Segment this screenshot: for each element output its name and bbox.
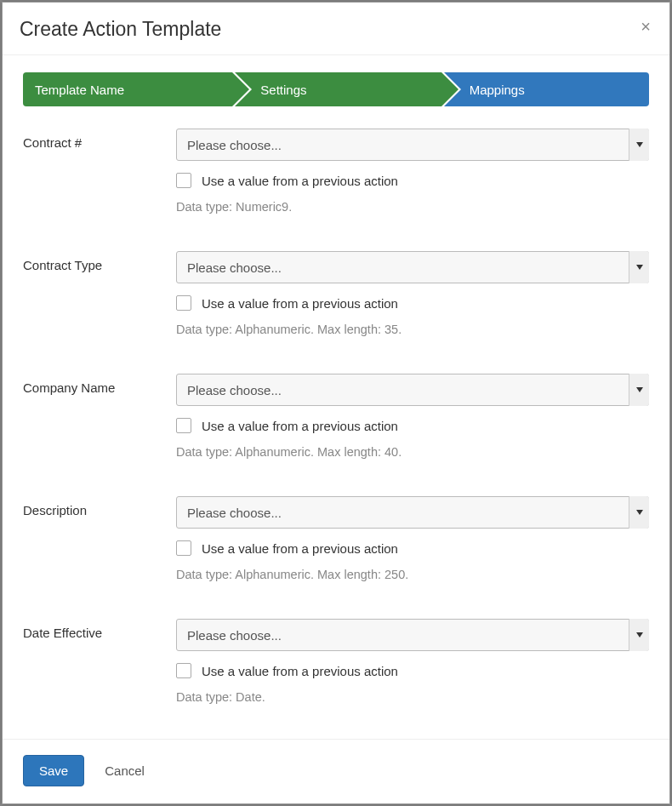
- cancel-button[interactable]: Cancel: [105, 763, 145, 778]
- select-company-name[interactable]: Please choose...: [176, 374, 649, 406]
- wizard-step-template-name[interactable]: Template Name: [23, 72, 231, 106]
- checkbox-row: Use a value from a previous action: [176, 295, 649, 311]
- field-controls: Please choose... Use a value from a prev…: [176, 374, 649, 459]
- use-previous-action-checkbox[interactable]: [176, 295, 191, 311]
- save-button[interactable]: Save: [23, 755, 84, 786]
- select-value: Please choose...: [176, 374, 649, 406]
- field-hint: Data type: Numeric9.: [176, 200, 649, 214]
- use-previous-action-checkbox[interactable]: [176, 540, 191, 556]
- wizard-steps: Template Name Settings Mappings: [23, 72, 649, 106]
- checkbox-row: Use a value from a previous action: [176, 418, 649, 433]
- wizard-step-mappings[interactable]: Mappings: [441, 72, 649, 106]
- checkbox-row: Use a value from a previous action: [176, 173, 649, 188]
- field-controls: Please choose... Use a value from a prev…: [176, 129, 649, 214]
- select-value: Please choose...: [176, 251, 649, 283]
- select-description[interactable]: Please choose...: [176, 496, 649, 529]
- modal-title: Create Action Template: [20, 18, 221, 41]
- wizard-step-settings[interactable]: Settings: [231, 72, 440, 106]
- use-previous-action-checkbox[interactable]: [176, 418, 191, 433]
- modal-header: Create Action Template ×: [3, 3, 669, 55]
- field-label: Description: [23, 496, 176, 517]
- checkbox-row: Use a value from a previous action: [176, 663, 649, 678]
- checkbox-label: Use a value from a previous action: [202, 541, 398, 556]
- field-hint: Data type: Date.: [176, 690, 649, 704]
- field-controls: Please choose... Use a value from a prev…: [176, 619, 649, 704]
- checkbox-label: Use a value from a previous action: [202, 296, 398, 311]
- field-hint: Data type: Alphanumeric. Max length: 250…: [176, 568, 649, 581]
- field-hint: Data type: Alphanumeric. Max length: 40.: [176, 445, 649, 459]
- checkbox-label: Use a value from a previous action: [202, 664, 398, 678]
- use-previous-action-checkbox[interactable]: [176, 663, 191, 678]
- wizard-step-label: Template Name: [23, 83, 124, 97]
- select-value: Please choose...: [176, 496, 649, 529]
- field-label: Contract #: [23, 129, 176, 150]
- field-label: Contract Type: [23, 251, 176, 272]
- field-hint: Data type: Alphanumeric. Max length: 35.: [176, 323, 649, 336]
- select-contract-number[interactable]: Please choose...: [176, 129, 649, 161]
- select-contract-type[interactable]: Please choose...: [176, 251, 649, 283]
- select-value: Please choose...: [176, 619, 649, 651]
- use-previous-action-checkbox[interactable]: [176, 173, 191, 188]
- select-value: Please choose...: [176, 129, 649, 161]
- modal-footer: Save Cancel: [3, 739, 669, 803]
- field-row-description: Description Please choose... Use a value…: [23, 496, 649, 581]
- field-row-date-effective: Date Effective Please choose... Use a va…: [23, 619, 649, 704]
- modal-body: Template Name Settings Mappings Contract…: [3, 55, 669, 739]
- field-label: Date Effective: [23, 619, 176, 640]
- checkbox-row: Use a value from a previous action: [176, 540, 649, 556]
- field-row-contract-number: Contract # Please choose... Use a value …: [23, 129, 649, 214]
- checkbox-label: Use a value from a previous action: [202, 419, 398, 433]
- field-row-company-name: Company Name Please choose... Use a valu…: [23, 374, 649, 459]
- create-action-template-modal: Create Action Template × Template Name S…: [2, 2, 670, 804]
- field-controls: Please choose... Use a value from a prev…: [176, 496, 649, 581]
- field-label: Company Name: [23, 374, 176, 395]
- checkbox-label: Use a value from a previous action: [202, 174, 398, 188]
- close-icon[interactable]: ×: [639, 18, 652, 35]
- field-row-contract-type: Contract Type Please choose... Use a val…: [23, 251, 649, 336]
- field-controls: Please choose... Use a value from a prev…: [176, 251, 649, 336]
- select-date-effective[interactable]: Please choose...: [176, 619, 649, 651]
